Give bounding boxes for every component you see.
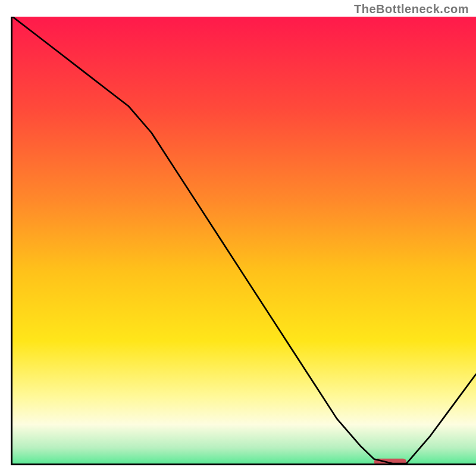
plot-area [11, 17, 476, 465]
curve-overlay [12, 17, 476, 464]
bottleneck-curve [12, 17, 476, 464]
bottleneck-chart: TheBottleneck.com [0, 0, 476, 476]
watermark-text: TheBottleneck.com [354, 2, 469, 16]
